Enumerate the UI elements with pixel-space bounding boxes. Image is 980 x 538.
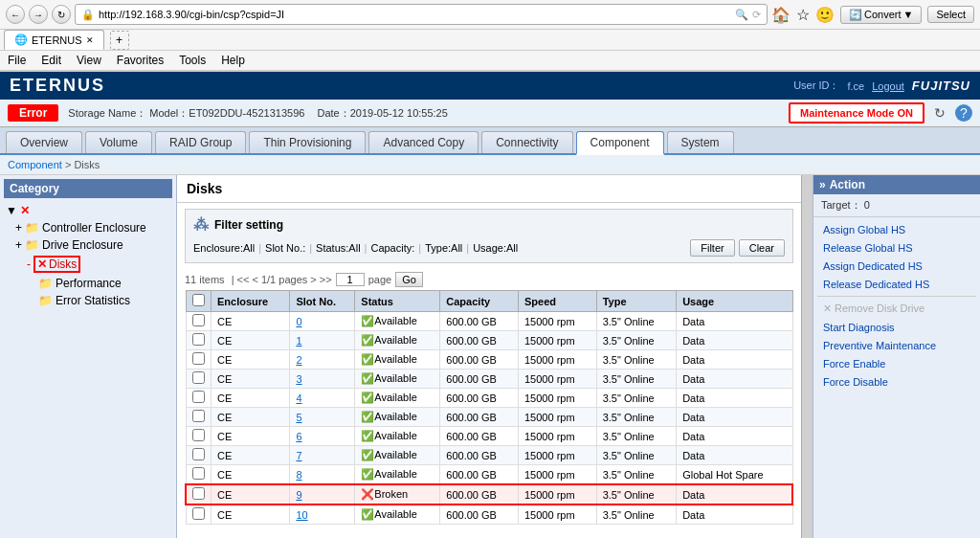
breadcrumb-root[interactable]: Component — [8, 159, 62, 170]
row-capacity: 600.00 GB — [440, 331, 519, 350]
row-capacity: 600.00 GB — [440, 408, 519, 427]
row-checkbox-cell — [186, 465, 212, 485]
row-checkbox[interactable] — [192, 507, 205, 520]
scroll-indicator[interactable] — [801, 175, 813, 538]
sidebar-item-error-statistics[interactable]: 📁 Error Statistics — [4, 292, 172, 309]
row-slot[interactable]: 0 — [290, 312, 355, 331]
action-list: Assign Global HSRelease Global HSAssign … — [813, 217, 980, 394]
row-slot[interactable]: 4 — [290, 389, 355, 408]
sidebar-item-disks[interactable]: - ✕ Disks — [4, 254, 172, 275]
menu-favorites[interactable]: Favorites — [115, 53, 166, 68]
menu-tools[interactable]: Tools — [177, 53, 208, 68]
filter-sep1: | — [258, 242, 261, 254]
menu-edit[interactable]: Edit — [39, 53, 63, 68]
back-button[interactable]: ← — [6, 5, 25, 24]
row-slot[interactable]: 8 — [290, 465, 355, 485]
table-row[interactable]: CE 0 ✅Available 600.00 GB 15000 rpm 3.5"… — [186, 312, 792, 331]
menu-file[interactable]: File — [6, 53, 28, 68]
tab-connectivity[interactable]: Connectivity — [481, 131, 572, 153]
action-item-release-dedicated-hs[interactable]: Release Dedicated HS — [817, 276, 976, 293]
convert-button[interactable]: 🔄 Convert ▼ — [840, 6, 922, 24]
forward-button[interactable]: → — [29, 5, 48, 24]
row-slot[interactable]: 3 — [290, 370, 355, 389]
row-slot[interactable]: 10 — [290, 504, 355, 525]
select-button[interactable]: Select — [927, 6, 974, 23]
row-slot[interactable]: 1 — [290, 331, 355, 350]
row-slot[interactable]: 2 — [290, 350, 355, 370]
tab-raid-group[interactable]: RAID Group — [155, 131, 246, 153]
action-item-preventive-maintenance[interactable]: Preventive Maintenance — [817, 337, 976, 354]
th-checkbox — [186, 291, 212, 312]
row-checkbox[interactable] — [192, 487, 205, 500]
row-checkbox[interactable] — [192, 410, 205, 422]
clear-button[interactable]: Clear — [739, 239, 785, 257]
new-tab-button[interactable]: + — [110, 31, 129, 50]
table-row[interactable]: CE 5 ✅Available 600.00 GB 15000 rpm 3.5"… — [186, 408, 792, 427]
action-item-release-global-hs[interactable]: Release Global HS — [817, 239, 976, 257]
breadcrumb-sep: > — [65, 159, 74, 170]
row-checkbox-cell — [186, 484, 212, 504]
table-row[interactable]: CE 1 ✅Available 600.00 GB 15000 rpm 3.5"… — [186, 331, 792, 350]
action-item-force-enable[interactable]: Force Enable — [817, 355, 976, 372]
row-enclosure: CE — [212, 484, 290, 504]
row-slot[interactable]: 7 — [290, 446, 355, 465]
disk-label: Disks — [49, 258, 77, 271]
action-item-start-diagnosis[interactable]: Start Diagnosis — [817, 319, 976, 336]
tab-volume[interactable]: Volume — [85, 131, 152, 153]
row-slot[interactable]: 5 — [290, 408, 355, 427]
row-slot[interactable]: 6 — [290, 427, 355, 446]
url-input[interactable] — [99, 9, 731, 20]
help-icon[interactable]: ? — [955, 104, 972, 122]
row-checkbox[interactable] — [192, 333, 205, 346]
refresh-icon[interactable]: ↻ — [934, 105, 946, 121]
table-row[interactable]: CE 3 ✅Available 600.00 GB 15000 rpm 3.5"… — [186, 370, 792, 389]
table-row[interactable]: CE 6 ✅Available 600.00 GB 15000 rpm 3.5"… — [186, 427, 792, 446]
tab-advanced-copy[interactable]: Advanced Copy — [368, 131, 479, 153]
status-ok-icon: ✅ — [361, 392, 374, 403]
filter-button[interactable]: Filter — [690, 239, 734, 257]
row-slot[interactable]: 9 — [290, 484, 355, 504]
row-checkbox[interactable] — [192, 429, 205, 441]
row-checkbox[interactable] — [192, 467, 205, 480]
home-icon[interactable]: 🏠 — [771, 6, 791, 24]
sidebar-item-root[interactable]: ▼ ✕ — [4, 202, 172, 219]
filter-sep3: | — [365, 242, 368, 254]
star-icon[interactable]: ☆ — [796, 6, 810, 24]
row-checkbox[interactable] — [192, 352, 205, 365]
row-checkbox[interactable] — [192, 314, 205, 326]
go-button[interactable]: Go — [395, 272, 423, 287]
sidebar-item-controller-enclosure[interactable]: + 📁 Controller Enclosure — [4, 219, 172, 236]
action-item-force-disable[interactable]: Force Disable — [817, 373, 976, 391]
table-row[interactable]: CE 2 ✅Available 600.00 GB 15000 rpm 3.5"… — [186, 350, 792, 370]
tab-overview[interactable]: Overview — [6, 131, 82, 153]
select-all-checkbox[interactable] — [192, 294, 205, 306]
action-chevron: » — [819, 178, 826, 191]
tab-system[interactable]: System — [667, 131, 734, 153]
close-tab-icon[interactable]: ✕ — [86, 35, 94, 45]
browser-tab[interactable]: 🌐 ETERNUS ✕ — [4, 30, 104, 50]
sidebar-item-performance[interactable]: 📁 Performance — [4, 275, 172, 292]
row-capacity: 600.00 GB — [440, 484, 519, 504]
tab-thin-provisioning[interactable]: Thin Provisioning — [249, 131, 366, 153]
menu-view[interactable]: View — [75, 53, 103, 68]
page-input[interactable] — [336, 273, 365, 286]
logout-link[interactable]: Logout — [872, 80, 904, 92]
table-row[interactable]: CE 7 ✅Available 600.00 GB 15000 rpm 3.5"… — [186, 446, 792, 465]
maintenance-mode-button[interactable]: Maintenance Mode ON — [789, 102, 924, 123]
tab-component[interactable]: Component — [576, 131, 664, 155]
table-row[interactable]: CE 10 ✅Available 600.00 GB 15000 rpm 3.5… — [186, 504, 792, 525]
sidebar-item-drive-enclosure[interactable]: + 📁 Drive Enclosure — [4, 236, 172, 254]
action-item-assign-dedicated-hs[interactable]: Assign Dedicated HS — [817, 258, 976, 275]
refresh-button[interactable]: ↻ — [52, 5, 71, 24]
menu-help[interactable]: Help — [219, 53, 247, 68]
row-checkbox-cell — [186, 504, 212, 525]
row-checkbox[interactable] — [192, 448, 205, 460]
row-usage: Global Hot Spare — [677, 465, 792, 485]
row-checkbox[interactable] — [192, 391, 205, 403]
table-row[interactable]: CE 4 ✅Available 600.00 GB 15000 rpm 3.5"… — [186, 389, 792, 408]
row-checkbox[interactable] — [192, 371, 205, 384]
table-row[interactable]: CE 9 ❌Broken 600.00 GB 15000 rpm 3.5" On… — [186, 484, 792, 504]
action-item-assign-global-hs[interactable]: Assign Global HS — [817, 221, 976, 238]
table-row[interactable]: CE 8 ✅Available 600.00 GB 15000 rpm 3.5"… — [186, 465, 792, 485]
nav-tabs: Overview Volume RAID Group Thin Provisio… — [0, 127, 980, 155]
